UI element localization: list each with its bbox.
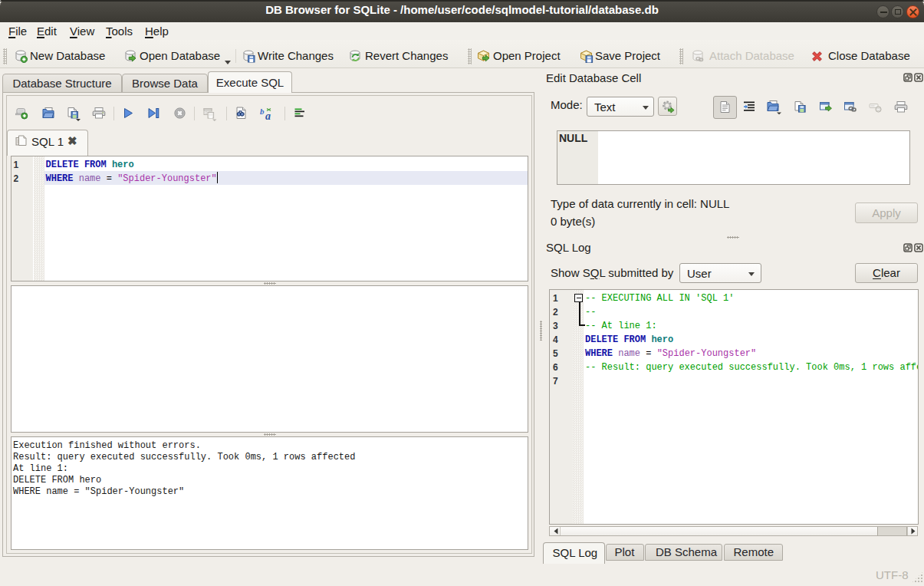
svg-text:b: b xyxy=(260,107,265,116)
svg-text:a: a xyxy=(265,110,271,120)
